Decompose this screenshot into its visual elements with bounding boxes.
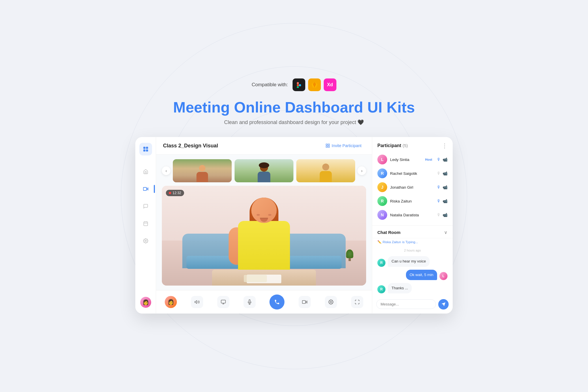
participant-icons-riska: 🎙 📹: [437, 199, 447, 203]
svg-rect-0: [297, 82, 299, 84]
sidebar-item-home[interactable]: [141, 166, 151, 177]
chat-section: Chat Room ∨ ✏️ Riska Zaitun is Typing...…: [372, 226, 453, 314]
meeting-header: Class 2_Design Visual Invite Participant: [156, 137, 372, 155]
mic-icon-ledy: 🎙: [437, 157, 441, 162]
controls-bar: 👩: [156, 290, 372, 314]
thumbnail-3[interactable]: [296, 159, 355, 182]
plant: [345, 250, 354, 270]
participant-row-jonathan: J Jonathan Girl 🎙 📹: [377, 180, 447, 194]
message-bubble-3: Thanks ...: [388, 283, 412, 293]
message-input[interactable]: [376, 299, 436, 309]
participant-name-ledy: Ledy Sintia: [390, 157, 422, 162]
timer-text: 12:32: [173, 191, 181, 195]
sidebar: 👩: [135, 137, 156, 314]
svg-marker-22: [195, 301, 197, 304]
thumbnail-2[interactable]: [235, 159, 293, 182]
message-avatar-2: L: [439, 272, 447, 280]
mic-button[interactable]: [244, 296, 256, 308]
right-panel: Participant (5) ⋮ L Ledy Sintia Host 🎙 📹: [372, 137, 453, 314]
sidebar-item-calendar[interactable]: [141, 218, 151, 229]
chat-header: Chat Room ∨: [372, 226, 453, 238]
participant-row-rachel: R Rachel Saigotik 🎙 📹: [377, 166, 447, 180]
timer-badge: 12:32: [166, 190, 184, 196]
camera-button[interactable]: [299, 296, 311, 308]
volume-button[interactable]: [191, 296, 203, 308]
svg-rect-21: [326, 146, 327, 148]
message-bubble-1: Can u hear my voice: [388, 256, 430, 267]
presenter-figure: [218, 196, 310, 286]
participant-avatar-jonathan: J: [377, 182, 387, 192]
participant-name-natalia: Natalia Daratista: [390, 213, 434, 217]
participant-avatar-riska: R: [377, 196, 387, 206]
message-avatar-1: R: [377, 259, 385, 267]
recording-dot: [169, 192, 171, 194]
participant-icons-ledy: 🎙 📹: [437, 157, 447, 162]
chat-title: Chat Room: [377, 230, 400, 235]
svg-marker-28: [306, 301, 307, 303]
cam-icon-ledy: 📹: [443, 157, 447, 162]
page-wrapper: Compatible with: Xd: [135, 78, 453, 314]
svg-rect-8: [146, 147, 148, 149]
cam-icon-rachel: 📹: [443, 171, 447, 176]
settings-button[interactable]: [325, 296, 337, 308]
chat-chevron-icon[interactable]: ∨: [444, 230, 447, 235]
screen-share-button[interactable]: [217, 296, 229, 308]
sidebar-item-video[interactable]: [141, 184, 151, 194]
sidebar-item-chat[interactable]: [141, 201, 151, 211]
end-call-button[interactable]: [269, 295, 284, 310]
invite-label: Invite Participant: [332, 143, 362, 148]
thumbnail-1[interactable]: [173, 159, 232, 182]
meeting-title: Class 2_Design Visual: [163, 143, 218, 149]
heart-icon: 🖤: [357, 119, 364, 125]
svg-rect-7: [143, 147, 145, 149]
video-area: ‹: [156, 155, 372, 290]
participants-more-button[interactable]: ⋮: [442, 143, 447, 149]
svg-marker-32: [441, 302, 445, 306]
svg-point-30: [330, 301, 332, 303]
participant-name-rachel: Rachel Saigotik: [390, 171, 434, 176]
sidebar-nav: [141, 164, 151, 289]
send-button[interactable]: [438, 299, 449, 310]
sidebar-item-settings[interactable]: [141, 236, 151, 246]
page-subtitle: Clean and professional dashboard design …: [224, 119, 364, 125]
svg-rect-19: [328, 144, 329, 145]
svg-rect-29: [302, 301, 306, 304]
message-bubble-2: Ok wait, 5 min: [406, 270, 437, 280]
participant-avatar-ledy: L: [377, 155, 387, 164]
compat-bar: Compatible with: Xd: [252, 78, 336, 91]
participant-name-jonathan: Jonathan Girl: [390, 185, 434, 190]
invite-participant-button[interactable]: Invite Participant: [322, 142, 365, 150]
sidebar-user-avatar[interactable]: 👩: [140, 297, 151, 308]
next-button[interactable]: ›: [357, 166, 366, 175]
cam-icon-riska: 📹: [443, 199, 447, 203]
cam-icon-jonathan: 📹: [443, 185, 447, 190]
compat-label: Compatible with:: [252, 82, 288, 88]
svg-point-17: [145, 240, 146, 242]
fullscreen-button[interactable]: [351, 296, 363, 308]
svg-rect-23: [221, 300, 225, 303]
cam-icon-natalia: 📹: [443, 213, 447, 217]
svg-rect-12: [143, 187, 146, 191]
prev-button[interactable]: ‹: [162, 166, 171, 175]
participant-row-riska: R Riska Zaitun 🎙 📹: [377, 194, 447, 208]
main-video: 12:32: [162, 186, 366, 286]
mic-icon-natalia: 🎙: [437, 213, 441, 217]
message-1: R Can u hear my voice: [377, 256, 447, 267]
main-content: Class 2_Design Visual Invite Participant…: [156, 137, 372, 314]
typing-user: Riska Zaitun: [383, 240, 401, 244]
compat-icons: Xd: [293, 78, 336, 91]
participants-title: Participant: [377, 143, 401, 148]
mic-icon-jonathan: 🎙: [437, 185, 441, 190]
participant-avatar-natalia: N: [377, 210, 387, 220]
participant-row-ledy: L Ledy Sintia Host 🎙 📹: [377, 153, 447, 166]
chat-input-row: [372, 296, 453, 314]
sketch-icon: [308, 78, 321, 91]
participant-count: (5): [402, 143, 408, 148]
mic-icon-rachel: 🎙: [437, 171, 441, 176]
participants-title-group: Participant (5): [377, 143, 408, 148]
message-3: R Thanks ...: [377, 283, 447, 293]
chat-messages: 2 hours ago R Can u hear my voice L Ok w…: [372, 245, 453, 296]
typing-label: is Typing...: [402, 240, 418, 244]
message-2: L Ok wait, 5 min: [377, 270, 447, 280]
page-title: Meeting Online Dashboard UI Kits: [173, 99, 415, 116]
